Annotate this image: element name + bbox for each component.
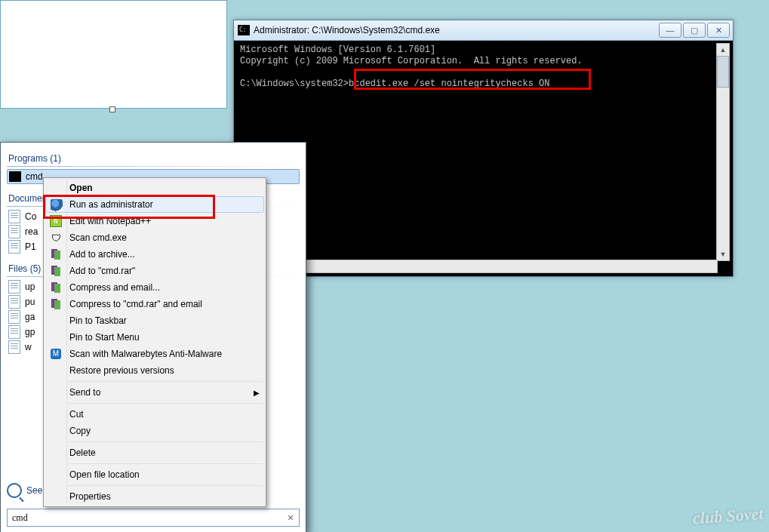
- cmd-icon: [9, 171, 21, 182]
- ctx-label: Scan cmd.exe: [69, 232, 127, 243]
- result-label: Co: [25, 211, 36, 222]
- document-icon: [8, 240, 20, 254]
- file-icon: [8, 295, 20, 309]
- ctx-pin-taskbar[interactable]: Pin to Taskbar: [45, 312, 264, 329]
- ctx-copy[interactable]: Copy: [45, 423, 264, 439]
- ctx-label: Properties: [69, 491, 111, 502]
- separator: [68, 381, 263, 382]
- submenu-arrow-icon: ▶: [254, 389, 260, 397]
- scroll-down-arrow[interactable]: ▼: [717, 248, 729, 260]
- cmd-icon: C:: [238, 25, 250, 35]
- ctx-scan-malwarebytes[interactable]: Scan with Malwarebytes Anti-Malware: [45, 346, 264, 362]
- separator: [68, 403, 263, 404]
- ctx-delete[interactable]: Delete: [45, 444, 264, 461]
- cmd-output[interactable]: Microsoft Windows [Version 6.1.7601] Cop…: [237, 43, 730, 273]
- ctx-label: Open: [69, 183, 93, 193]
- notepadpp-icon: N: [49, 214, 63, 228]
- winrar-icon: [49, 297, 63, 311]
- result-label: gp: [25, 327, 35, 337]
- file-icon: [8, 310, 20, 324]
- ctx-scan-cmd[interactable]: 🛡 Scan cmd.exe: [45, 229, 264, 246]
- ctx-label: Pin to Taskbar: [69, 315, 127, 326]
- ctx-add-to-archive[interactable]: Add to archive...: [45, 246, 264, 263]
- separator: [68, 463, 263, 464]
- shield-icon: [50, 198, 63, 212]
- ctx-label: Add to archive...: [69, 249, 135, 260]
- close-button[interactable]: ✕: [707, 23, 730, 38]
- ctx-add-to-cmdrar[interactable]: Add to "cmd.rar": [45, 263, 264, 279]
- scroll-up-arrow[interactable]: ▲: [717, 44, 729, 56]
- cmd-window: C: Administrator: C:\Windows\System32\cm…: [233, 20, 734, 277]
- document-icon: [8, 225, 20, 238]
- result-label: pu: [25, 297, 35, 307]
- search-icon: [7, 483, 22, 498]
- cmd-line: Microsoft Windows [Version 6.1.7601]: [240, 45, 435, 55]
- ctx-label: Edit with Notepad++: [69, 216, 151, 226]
- result-label: up: [25, 281, 35, 292]
- ctx-restore-versions[interactable]: Restore previous versions: [45, 362, 264, 379]
- scan-icon: 🛡: [49, 231, 63, 244]
- ctx-properties[interactable]: Properties: [45, 488, 264, 505]
- cmd-titlebar[interactable]: C: Administrator: C:\Windows\System32\cm…: [234, 20, 733, 41]
- result-label: w: [25, 342, 32, 352]
- file-icon: [8, 340, 20, 354]
- separator: [68, 441, 263, 442]
- divider: [7, 166, 300, 167]
- ctx-label: Add to "cmd.rar": [69, 266, 135, 276]
- search-input[interactable]: [7, 509, 300, 527]
- result-label: cmd: [26, 171, 43, 182]
- ctx-open[interactable]: Open: [45, 180, 264, 196]
- search-box[interactable]: ×: [7, 509, 300, 527]
- document-icon: [8, 210, 20, 223]
- ctx-compress-email[interactable]: Compress and email...: [45, 279, 264, 296]
- result-label: P1: [25, 241, 36, 252]
- ctx-label: Delete: [69, 447, 96, 458]
- ctx-label: Send to: [69, 387, 100, 398]
- separator: [68, 485, 263, 486]
- ctx-label: Compress to "cmd.rar" and email: [69, 299, 202, 309]
- cmd-line: Copyright (c) 2009 Microsoft Corporation…: [240, 56, 583, 66]
- resize-handle[interactable]: [109, 106, 115, 112]
- cmd-command: bcdedit.exe /set nointegritychecks ON: [349, 78, 549, 89]
- section-header-programs: Programs (1): [7, 152, 300, 165]
- winrar-icon: [49, 264, 63, 278]
- file-icon: [8, 280, 20, 294]
- ctx-open-file-location[interactable]: Open file location: [45, 466, 264, 483]
- winrar-icon: [49, 281, 63, 294]
- maximize-button[interactable]: ▢: [683, 23, 706, 38]
- winrar-icon: [49, 248, 63, 261]
- ctx-label: Compress and email...: [69, 282, 160, 293]
- ctx-label: Open file location: [69, 469, 140, 480]
- vertical-scrollbar[interactable]: ▲ ▼: [716, 43, 730, 261]
- ctx-cut[interactable]: Cut: [45, 406, 264, 423]
- minimize-button[interactable]: —: [659, 23, 681, 38]
- context-menu: Open Run as administrator N Edit with No…: [43, 177, 266, 507]
- ctx-label: Scan with Malwarebytes Anti-Malware: [69, 349, 222, 359]
- ctx-edit-notepadpp[interactable]: N Edit with Notepad++: [45, 213, 264, 229]
- malwarebytes-icon: [49, 347, 63, 361]
- background-window: [0, 0, 227, 109]
- horizontal-scrollbar[interactable]: [237, 260, 718, 273]
- scroll-thumb[interactable]: [717, 56, 729, 88]
- ctx-compress-cmdrar-email[interactable]: Compress to "cmd.rar" and email: [45, 296, 264, 312]
- watermark: club Sovet: [692, 504, 764, 528]
- ctx-label: Run as administrator: [69, 199, 153, 210]
- ctx-send-to[interactable]: Send to ▶: [45, 384, 264, 401]
- ctx-label: Restore previous versions: [69, 365, 174, 376]
- ctx-label: Pin to Start Menu: [69, 332, 140, 343]
- result-label: rea: [25, 226, 38, 237]
- ctx-pin-start[interactable]: Pin to Start Menu: [45, 329, 264, 346]
- file-icon: [8, 325, 20, 339]
- ctx-run-as-admin[interactable]: Run as administrator: [45, 196, 264, 213]
- cmd-title: Administrator: C:\Windows\System32\cmd.e…: [254, 25, 659, 35]
- ctx-label: Cut: [69, 409, 84, 420]
- cmd-prompt: C:\Windows\system32>: [240, 78, 349, 89]
- result-label: ga: [25, 312, 35, 322]
- ctx-label: Copy: [69, 426, 91, 436]
- clear-search-icon[interactable]: ×: [285, 512, 297, 524]
